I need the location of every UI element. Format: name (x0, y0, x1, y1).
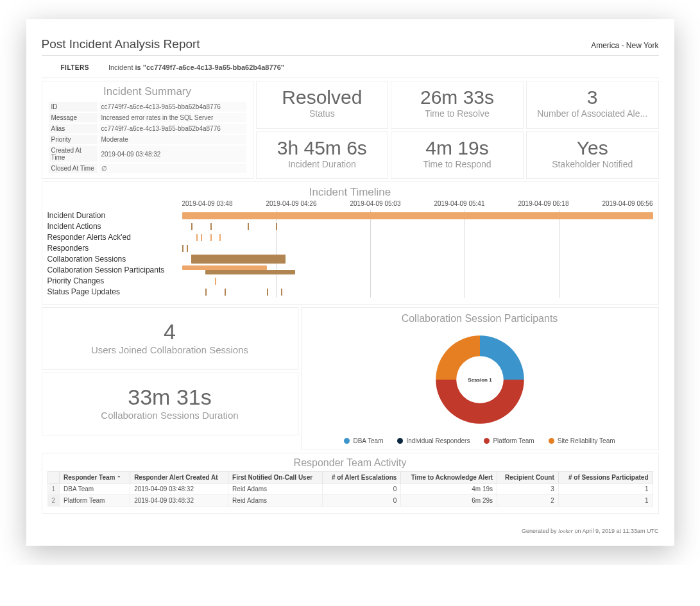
table-row: 1 DBA Team 2019-04-09 03:48:32 Reid Adam… (47, 484, 653, 495)
incident-summary-title: Incident Summary (47, 85, 248, 98)
swatch-icon (484, 438, 490, 444)
col-responder-team[interactable]: Responder Team ⌃ (60, 472, 130, 484)
tick-status-update (267, 289, 268, 296)
summary-created-label: Created At Time (49, 146, 98, 162)
swatch-icon (397, 438, 403, 444)
donut-title: Collaboration Session Participants (307, 313, 653, 324)
summary-alias-value: cc7749f7-a6ce-4c13-9a65-bba62b4a8776 (99, 124, 246, 133)
responder-activity-panel: Responder Team Activity Responder Team ⌃… (42, 453, 659, 514)
cell-tta: 6m 29s (401, 495, 497, 507)
legend-item-sre: Site Reliability Team (549, 437, 615, 444)
col-first-notified[interactable]: First Notified On-Call User (228, 472, 323, 484)
kpi-users-joined: 4 Users Joined Collaboration Sessions (42, 307, 298, 370)
kpi-stakeholder-notified: YesStakeholder Notified (526, 131, 659, 180)
bar-collab-participant (182, 265, 267, 270)
timeline-ticks: 2019-04-09 03:48 2019-04-09 04:26 2019-0… (182, 200, 653, 207)
table-row: 2 Platform Team 2019-04-09 03:48:32 Reid… (47, 495, 653, 507)
tick-status-update (281, 289, 282, 296)
activity-table: Responder Team ⌃ Responder Alert Created… (47, 471, 653, 507)
kpi-ttr-value: 26m 33s (394, 87, 520, 108)
cell-user: Reid Adams (228, 484, 323, 495)
cell-sp: 1 (558, 484, 653, 495)
tl-row-label: Priority Changes (47, 276, 182, 287)
legend-item-platform: Platform Team (484, 437, 534, 444)
cell-rownum: 1 (47, 484, 60, 495)
timezone-label: America - New York (591, 41, 658, 50)
tick-ack (196, 234, 198, 241)
cell-created: 2019-04-09 03:48:32 (130, 495, 228, 507)
bar-collab-session (191, 255, 286, 264)
cell-user: Reid Adams (228, 495, 323, 507)
kpi-users-value: 4 (49, 319, 291, 344)
kpi-sessdur-value: 33m 31s (49, 385, 291, 410)
cell-tta: 4m 19s (401, 484, 497, 495)
summary-closed-label: Closed At Time (49, 164, 98, 173)
summary-id-label: ID (49, 102, 98, 112)
kpi-status: ResolvedStatus (256, 81, 389, 129)
tick-action (191, 223, 192, 230)
filters-bar: FILTERS Incident is "cc7749f7-a6ce-4c13-… (42, 60, 659, 78)
tl-row-label: Responder Alerts Ack'ed (47, 232, 182, 243)
legend-item-individual: Individual Responders (397, 437, 470, 444)
summary-id-value: cc7749f7-a6ce-4c13-9a65-bba62b4a8776 (99, 102, 246, 112)
col-rownum[interactable] (47, 472, 60, 484)
footer-timestamp: on April 9, 2019 at 11:33am UTC (573, 528, 659, 534)
cell-esc: 0 (323, 484, 401, 495)
tl-tick: 2019-04-09 06:56 (602, 200, 653, 207)
activity-title: Responder Team Activity (47, 457, 653, 469)
summary-msg-label: Message (49, 113, 98, 122)
bar-collab-participant (205, 270, 295, 274)
kpi-status-label: Status (259, 108, 386, 119)
swatch-icon (549, 438, 554, 444)
cell-sp: 1 (558, 495, 653, 507)
donut-center-label: Session 1 (468, 377, 492, 383)
col-escalations[interactable]: # of Alert Escalations (323, 472, 401, 484)
summary-created-value: 2019-04-09 03:48:32 (99, 146, 246, 162)
col-sessions-participated[interactable]: # of Sessions Participated (558, 472, 653, 484)
kpi-alerts-label: Number of Associated Ale... (529, 108, 656, 119)
kpi-stake-value: Yes (529, 137, 656, 159)
summary-alias-label: Alias (49, 124, 98, 133)
cell-rc: 3 (497, 484, 559, 495)
col-created-at[interactable]: Responder Alert Created At (130, 472, 228, 484)
kpi-alerts-value: 3 (529, 87, 656, 108)
filter-op: is (135, 63, 143, 71)
kpi-status-value: Resolved (259, 87, 386, 108)
summary-priority-label: Priority (49, 135, 98, 144)
tick-ack (210, 234, 212, 241)
kpi-incident-duration: 3h 45m 6sIncident Duration (256, 131, 389, 180)
kpi-ttrs-value: 4m 19s (394, 137, 520, 159)
col-tta[interactable]: Time to Acknowledge Alert (401, 472, 497, 484)
cell-team: Platform Team (60, 495, 130, 507)
cell-rc: 2 (497, 495, 559, 507)
donut-legend: DBA Team Individual Responders Platform … (344, 437, 615, 444)
summary-priority-value: Moderate (99, 135, 246, 144)
legend-label: Site Reliability Team (558, 437, 615, 444)
summary-closed-value: ∅ (99, 164, 246, 173)
tick-action (210, 223, 212, 230)
incident-summary-table: IDcc7749f7-a6ce-4c13-9a65-bba62b4a8776 M… (47, 101, 248, 174)
incident-timeline-panel: Incident Timeline Incident Duration Inci… (42, 181, 659, 305)
legend-label: DBA Team (353, 437, 383, 444)
cell-rownum: 2 (47, 495, 60, 507)
filters-text: Incident is "cc7749f7-a6ce-4c13-9a65-bba… (108, 63, 284, 71)
sort-asc-icon: ⌃ (117, 475, 121, 481)
legend-label: Platform Team (493, 437, 534, 444)
tl-row-label: Status Page Updates (47, 287, 182, 298)
filter-value: "cc7749f7-a6ce-4c13-9a65-bba62b4a8776" (143, 63, 284, 71)
tick-responder (182, 245, 184, 252)
top-grid: Incident Summary IDcc7749f7-a6ce-4c13-9a… (42, 81, 659, 179)
tick-action (248, 223, 249, 230)
cell-esc: 0 (323, 495, 401, 507)
legend-item-dba: DBA Team (344, 437, 383, 444)
tick-status-update (205, 289, 207, 296)
timeline-title: Incident Timeline (47, 186, 653, 199)
kpi-users-label: Users Joined Collaboration Sessions (49, 344, 291, 355)
kpi-stake-label: Stakeholder Notified (529, 159, 656, 169)
cell-team: DBA Team (60, 484, 130, 495)
col-recipient-count[interactable]: Recipient Count (497, 472, 559, 484)
kpi-associated-alerts: 3Number of Associated Ale... (526, 81, 659, 129)
tl-tick: 2019-04-09 05:41 (434, 200, 485, 207)
swatch-icon (344, 438, 350, 444)
timeline-bars (182, 210, 653, 298)
